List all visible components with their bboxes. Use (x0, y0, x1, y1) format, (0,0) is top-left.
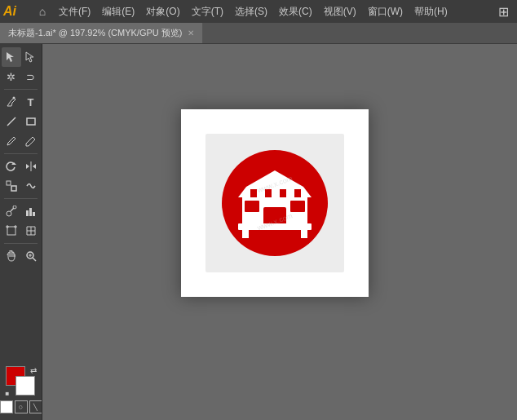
lasso-tool[interactable]: ⊃ (21, 67, 41, 86)
none-mode-icon[interactable]: ╲ (29, 400, 42, 413)
svg-rect-4 (27, 118, 35, 125)
svg-line-3 (7, 117, 15, 126)
tab-close-button[interactable]: ✕ (188, 29, 194, 38)
svg-rect-9 (7, 181, 11, 185)
magic-wand-tool[interactable]: ✲ (2, 67, 21, 86)
color-section: ⇄ ■ ○ ╲ (0, 363, 42, 417)
store-icon-svg (214, 142, 336, 264)
artboard: www.x.com www.x.com (181, 109, 369, 297)
scale-tool[interactable] (2, 176, 21, 196)
svg-marker-8 (33, 164, 36, 169)
tool-row-6 (0, 157, 42, 176)
app-logo: Ai (3, 4, 26, 19)
pencil-tool[interactable] (21, 131, 41, 151)
menu-object[interactable]: 对象(O) (141, 3, 184, 20)
artboard-tool[interactable] (2, 221, 21, 241)
document-tab[interactable]: 未标题-1.ai* @ 197.92% (CMYK/GPU 预览) ✕ (0, 23, 203, 43)
reset-colors-icon[interactable]: ■ (6, 390, 10, 397)
small-tools-row: ○ ╲ (0, 400, 42, 413)
svg-point-12 (13, 206, 16, 209)
tab-bar: 未标题-1.ai* @ 197.92% (CMYK/GPU 预览) ✕ (0, 23, 517, 44)
background-color-box[interactable] (15, 376, 35, 396)
tool-divider-4 (4, 243, 38, 244)
svg-rect-15 (33, 212, 35, 216)
tool-divider-3 (4, 198, 38, 199)
normal-mode-icon[interactable] (0, 400, 13, 413)
tool-row-4 (0, 112, 42, 131)
tool-row-9 (0, 221, 42, 241)
rectangle-tool[interactable] (21, 112, 41, 131)
warp-tool[interactable] (21, 176, 41, 196)
menu-type[interactable]: 文字(T) (187, 3, 228, 20)
workspace-icon[interactable]: ⊞ (498, 4, 514, 20)
pen-tool[interactable] (2, 92, 21, 112)
menu-window[interactable]: 窗口(W) (363, 3, 408, 20)
tool-row-5 (0, 131, 42, 151)
zoom-tool[interactable] (21, 246, 41, 266)
reflect-tool[interactable] (21, 157, 41, 176)
tool-row-1 (0, 47, 42, 67)
tab-label: 未标题-1.ai* @ 197.92% (CMYK/GPU 预览) (8, 27, 183, 39)
tool-row-2: ✲ ⊃ (0, 67, 42, 86)
tool-row-3: T (0, 92, 42, 112)
svg-rect-39 (238, 223, 312, 230)
svg-marker-1 (26, 52, 33, 62)
menu-effect[interactable]: 效果(C) (274, 3, 317, 20)
hand-tool[interactable] (2, 246, 21, 266)
toolbar: ✲ ⊃ T (0, 44, 42, 420)
swap-colors-icon[interactable]: ⇄ (30, 366, 37, 375)
svg-rect-33 (294, 189, 301, 197)
svg-rect-31 (265, 189, 272, 197)
svg-point-11 (7, 211, 11, 216)
svg-rect-10 (11, 186, 16, 191)
tool-row-7 (0, 176, 42, 196)
menu-help[interactable]: 帮助(H) (409, 3, 453, 20)
slice-tool[interactable] (21, 221, 41, 241)
type-tool[interactable]: T (21, 92, 41, 112)
svg-rect-36 (263, 207, 286, 226)
menu-edit[interactable]: 编辑(E) (97, 3, 139, 20)
svg-rect-40 (242, 230, 249, 238)
store-icon-container (205, 134, 344, 272)
tool-divider-2 (4, 153, 38, 154)
svg-rect-38 (290, 201, 305, 212)
svg-rect-14 (29, 208, 32, 216)
symbol-sprayer-tool[interactable] (2, 201, 21, 221)
svg-rect-37 (245, 201, 259, 212)
home-icon[interactable]: ⌂ (33, 2, 52, 21)
svg-marker-0 (7, 52, 14, 62)
menu-file[interactable]: 文件(F) (54, 3, 95, 20)
svg-marker-7 (26, 164, 29, 169)
canvas-area: www.x.com www.x.com (42, 44, 517, 420)
svg-rect-41 (301, 230, 307, 238)
screen-mode-icon[interactable]: ○ (15, 400, 28, 413)
tool-row-10 (0, 246, 42, 266)
line-tool[interactable] (2, 112, 21, 131)
svg-point-2 (12, 97, 15, 99)
selection-tool[interactable] (2, 47, 21, 67)
color-boxes: ⇄ ■ (6, 366, 37, 397)
direct-selection-tool[interactable] (21, 47, 41, 67)
svg-rect-16 (7, 227, 15, 235)
column-graph-tool[interactable] (21, 201, 41, 221)
svg-rect-32 (280, 189, 286, 197)
paintbrush-tool[interactable] (2, 131, 21, 151)
menu-bar: Ai ⌂ 文件(F) 编辑(E) 对象(O) 文字(T) 选择(S) 效果(C)… (0, 0, 517, 23)
svg-rect-30 (250, 189, 257, 197)
rotate-tool[interactable] (2, 157, 21, 176)
menu-select[interactable]: 选择(S) (230, 3, 272, 20)
tool-divider-1 (4, 89, 38, 90)
main-area: ✲ ⊃ T (0, 44, 517, 420)
tool-row-8 (0, 201, 42, 221)
menu-view[interactable]: 视图(V) (319, 3, 361, 20)
svg-line-25 (33, 258, 36, 261)
svg-rect-13 (26, 210, 29, 216)
